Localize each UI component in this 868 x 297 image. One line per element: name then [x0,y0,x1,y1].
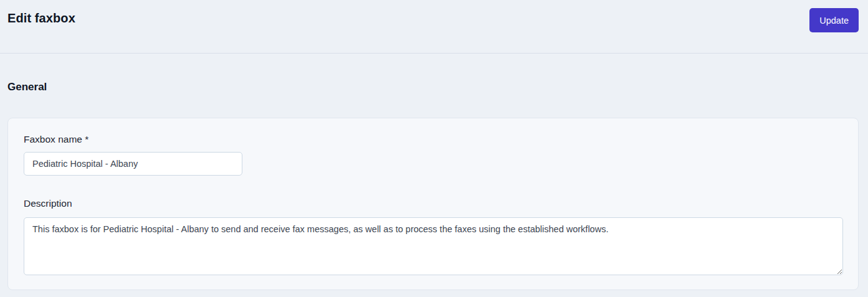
page-title: Edit faxbox [7,11,75,26]
faxbox-name-label: Faxbox name * [24,134,843,145]
faxbox-name-group: Faxbox name * [24,134,843,176]
description-label: Description [24,198,843,209]
update-button[interactable]: Update [809,8,859,32]
faxbox-name-input[interactable] [24,152,242,176]
general-section-heading: General [7,81,868,93]
description-textarea[interactable]: This faxbox is for Pediatric Hospital - … [24,217,843,275]
description-group: Description This faxbox is for Pediatric… [24,198,843,275]
general-section-panel: Faxbox name * Description This faxbox is… [7,118,859,290]
page-header: Edit faxbox Update [0,0,868,53]
header-divider [0,53,868,54]
